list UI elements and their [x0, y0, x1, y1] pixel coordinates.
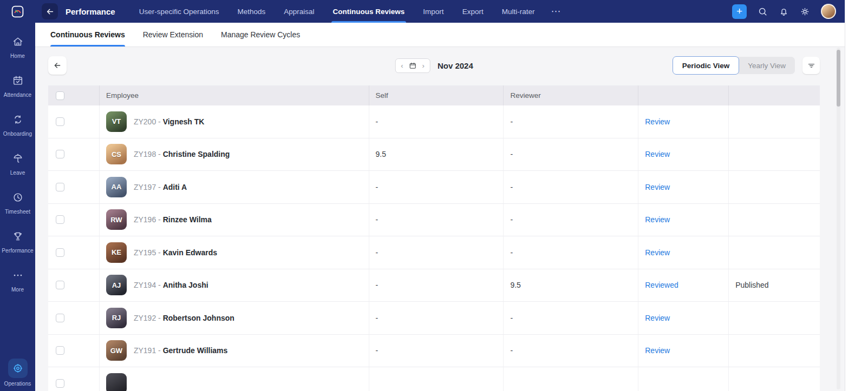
- back-button[interactable]: [42, 3, 58, 19]
- employee-id: ZY191: [134, 346, 156, 355]
- employee-avatar: RW: [106, 209, 127, 230]
- app-logo-icon: [10, 4, 25, 19]
- action-cell: Review: [638, 335, 729, 367]
- calendar-icon[interactable]: [409, 62, 417, 70]
- row-select-cell: [48, 269, 100, 302]
- row-checkbox[interactable]: [56, 183, 64, 191]
- tab-continuous-reviews[interactable]: Continuous Reviews: [50, 23, 125, 47]
- notifications-bell-icon[interactable]: [779, 6, 789, 17]
- row-checkbox[interactable]: [56, 379, 64, 388]
- arrow-left-icon: [53, 61, 62, 70]
- topnav-item-import[interactable]: Import: [423, 0, 443, 23]
- sidebar-item-home[interactable]: Home: [0, 31, 35, 70]
- row-checkbox[interactable]: [56, 215, 64, 224]
- content-area: ‹ › Nov 2024 Periodic View Yearly View: [35, 47, 845, 391]
- add-button[interactable]: +: [732, 4, 747, 19]
- reviews-table: Employee Self Reviewer VTZY200 - Vignesh…: [48, 85, 820, 391]
- row-checkbox[interactable]: [56, 281, 64, 289]
- filter-button[interactable]: [802, 57, 820, 74]
- sidebar-item-label: Leave: [10, 170, 25, 176]
- employee-id: ZY200: [134, 117, 156, 126]
- tab-manage-review-cycles[interactable]: Manage Review Cycles: [221, 23, 300, 47]
- top-navigation-bar: Performance User-specific OperationsMeth…: [35, 0, 845, 23]
- row-checkbox[interactable]: [56, 314, 64, 322]
- reviewer-rating-cell: -: [504, 171, 638, 203]
- previous-period-chevron[interactable]: ‹: [400, 62, 403, 69]
- self-rating-cell: 9.5: [369, 138, 504, 171]
- row-checkbox[interactable]: [56, 346, 64, 355]
- review-link[interactable]: Review: [645, 346, 670, 355]
- employee-cell: GWZY191 - Gertrude Williams: [100, 335, 369, 367]
- employee-id: ZY198: [134, 150, 156, 158]
- topnav-item-export[interactable]: Export: [462, 0, 484, 23]
- row-select-cell: [48, 204, 100, 236]
- employee-avatar: [106, 373, 127, 391]
- topnav-item-appraisal[interactable]: Appraisal: [284, 0, 314, 23]
- reviewer-rating-cell: -: [504, 236, 638, 269]
- sidebar: HomeAttendanceOnboardingLeaveTimesheetPe…: [0, 0, 35, 391]
- topnav-item-user-specific-operations[interactable]: User-specific Operations: [139, 0, 219, 23]
- nav-overflow-icon[interactable]: ⋯: [551, 5, 561, 17]
- reviewer-rating-cell: -: [504, 204, 638, 236]
- sidebar-item-performance[interactable]: Performance: [0, 226, 35, 265]
- employee-name: Kavin Edwards: [163, 248, 217, 257]
- attendance-icon: [12, 75, 24, 89]
- sidebar-item-label: Timesheet: [5, 209, 30, 215]
- row-checkbox[interactable]: [56, 248, 64, 257]
- review-link[interactable]: Review: [645, 314, 670, 322]
- search-icon[interactable]: [758, 6, 768, 17]
- table-header-row: Employee Self Reviewer: [48, 85, 820, 105]
- review-link[interactable]: Review: [645, 215, 670, 224]
- settings-gear-icon[interactable]: [800, 6, 810, 17]
- topnav-item-continuous-reviews[interactable]: Continuous Reviews: [333, 0, 405, 23]
- row-select-cell: [48, 138, 100, 171]
- review-link[interactable]: Review: [645, 150, 670, 158]
- sidebar-item-label: More: [11, 287, 24, 293]
- reviewer-rating-cell: -: [504, 138, 638, 171]
- select-all-checkbox[interactable]: [56, 91, 64, 100]
- status-cell: Published: [729, 269, 820, 302]
- topnav-item-methods[interactable]: Methods: [238, 0, 266, 23]
- review-link[interactable]: Reviewed: [645, 281, 678, 289]
- employee-id: ZY195: [134, 248, 156, 257]
- employee-avatar: CS: [106, 144, 127, 164]
- sidebar-item-operations[interactable]: Operations: [0, 359, 35, 391]
- tab-review-extension[interactable]: Review Extension: [143, 23, 203, 47]
- sidebar-item-onboarding[interactable]: Onboarding: [0, 109, 35, 148]
- topnav-item-multi-rater[interactable]: Multi-rater: [502, 0, 535, 23]
- vertical-scrollbar[interactable]: [837, 48, 840, 389]
- yearly-view-button[interactable]: Yearly View: [739, 57, 795, 74]
- sidebar-item-label: Onboarding: [3, 131, 32, 137]
- employee-cell: RWZY196 - Rinzee Wilma: [100, 204, 369, 236]
- review-link[interactable]: Review: [645, 183, 670, 191]
- self-rating-cell: -: [369, 302, 504, 334]
- self-rating-cell: -: [369, 204, 504, 236]
- periodic-view-button[interactable]: Periodic View: [673, 56, 740, 75]
- scrollbar-thumb[interactable]: [837, 50, 840, 107]
- employee-cell: CSZY198 - Christine Spalding: [100, 138, 369, 171]
- self-rating-cell: -: [369, 236, 504, 269]
- next-period-chevron[interactable]: ›: [422, 62, 425, 69]
- module-nav: User-specific OperationsMethodsAppraisal…: [139, 0, 535, 23]
- sidebar-item-attendance[interactable]: Attendance: [0, 70, 35, 109]
- app-logo[interactable]: [0, 0, 35, 23]
- sidebar-item-leave[interactable]: Leave: [0, 148, 35, 187]
- row-checkbox[interactable]: [56, 150, 64, 158]
- app-window: HomeAttendanceOnboardingLeaveTimesheetPe…: [0, 0, 845, 391]
- sidebar-nav: HomeAttendanceOnboardingLeaveTimesheetPe…: [0, 31, 35, 304]
- row-checkbox[interactable]: [56, 117, 64, 126]
- status-column-header: [729, 85, 820, 105]
- sidebar-item-label: Attendance: [4, 92, 32, 98]
- table-row: [48, 367, 820, 391]
- sidebar-item-more[interactable]: More: [0, 265, 35, 304]
- employee-cell: VTZY200 - Vignesh TK: [100, 105, 369, 138]
- table-row: VTZY200 - Vignesh TK--Review: [48, 105, 820, 138]
- user-avatar[interactable]: [821, 4, 836, 19]
- review-link[interactable]: Review: [645, 248, 670, 257]
- timesheet-icon: [12, 191, 24, 206]
- action-cell: Review: [638, 302, 729, 334]
- toolbar-back-button[interactable]: [48, 56, 67, 75]
- sidebar-item-timesheet[interactable]: Timesheet: [0, 187, 35, 226]
- employee-id: ZY192: [134, 314, 156, 322]
- review-link[interactable]: Review: [645, 117, 670, 126]
